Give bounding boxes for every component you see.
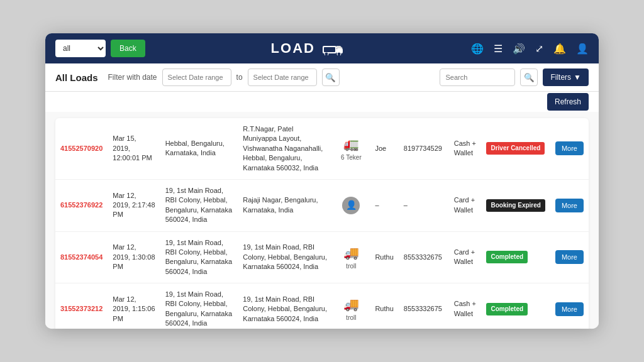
user-icon[interactable]: 👤	[576, 43, 589, 55]
more-button[interactable]: More	[555, 302, 584, 316]
refresh-button[interactable]: Refresh	[547, 93, 589, 111]
load-id[interactable]: 81552374054	[60, 253, 103, 261]
table-row: 31552373212 Mar 12, 2019, 1:15:06 PM 19,…	[55, 283, 589, 329]
payment-cell: Cash + Wallet	[449, 118, 482, 179]
svg-point-4	[337, 52, 341, 55]
status-badge: Driver Cancelled	[486, 142, 545, 155]
table-row: 41552570920 Mar 15, 2019, 12:00:01 PM He…	[55, 118, 589, 179]
payment-cell: Card + Wallet	[449, 179, 482, 231]
action-cell: More	[550, 118, 589, 179]
toolbar: All Loads Filter with date to 🔍 🔍 Filter…	[45, 63, 599, 92]
loads-table: 41552570920 Mar 15, 2019, 12:00:01 PM He…	[55, 118, 589, 329]
svg-point-3	[325, 52, 328, 55]
status-cell: Completed	[481, 231, 550, 283]
table-row: 81552374054 Mar 12, 2019, 1:30:08 PM 19,…	[55, 231, 589, 283]
fullscreen-icon[interactable]: ⤢	[535, 43, 543, 55]
page-title: All Loads	[55, 72, 98, 83]
action-cell: More	[550, 231, 589, 283]
date-search-button[interactable]: 🔍	[322, 69, 340, 86]
filters-button[interactable]: Filters ▼	[543, 69, 589, 86]
driver-cell: Joe	[370, 118, 398, 179]
header-left: all active inactive Back	[55, 40, 145, 57]
header: all active inactive Back LOAD 🌐	[45, 33, 599, 63]
phone-cell: –	[399, 179, 449, 231]
action-cell: More	[550, 179, 589, 231]
truck-cell: 👤	[332, 179, 370, 231]
truck-icon: 🚛	[337, 135, 365, 153]
search-button[interactable]: 🔍	[520, 69, 538, 86]
status-badge: Completed	[486, 303, 528, 315]
load-from-cell: 19, 1st Main Road, RBI Colony, Hebbal, B…	[160, 283, 238, 329]
payment-cell: Cash + Wallet	[449, 283, 482, 329]
load-id-cell: 31552373212	[55, 283, 108, 329]
filter-select[interactable]: all active inactive	[55, 40, 106, 57]
truck-type-label: troll	[346, 314, 356, 321]
refresh-row: Refresh	[45, 92, 599, 112]
logo-truck-icon	[323, 43, 345, 55]
load-to-cell: Rajaji Nagar, Bengaluru, Karnataka, Indi…	[238, 179, 332, 231]
header-icons: 🌐 ☰ 🔊 ⤢ 🔔 👤	[471, 43, 589, 55]
back-button[interactable]: Back	[111, 40, 145, 57]
more-button[interactable]: More	[555, 250, 584, 264]
truck-cell: 🚛 6 Teker	[332, 118, 370, 179]
load-id[interactable]: 41552570920	[60, 145, 103, 152]
payment-cell: Card + Wallet	[449, 231, 482, 283]
action-cell: More	[550, 283, 589, 329]
chevron-down-icon: ▼	[574, 73, 581, 82]
table-area: 41552570920 Mar 15, 2019, 12:00:01 PM He…	[45, 112, 599, 329]
status-cell: Booking Expired	[481, 179, 550, 231]
load-from-cell: Hebbal, Bengaluru, Karnataka, India	[160, 118, 238, 179]
load-id[interactable]: 61552376922	[60, 201, 103, 209]
load-id-cell: 61552376922	[55, 179, 108, 231]
logo: LOAD	[271, 40, 345, 57]
date-from-input[interactable]	[162, 69, 231, 86]
truck-icon: 🚚	[337, 295, 365, 313]
truck-icon: 🚚	[337, 244, 365, 261]
load-date-cell: Mar 12, 2019, 1:15:06 PM	[108, 283, 160, 329]
status-cell: Completed	[481, 283, 550, 329]
globe-icon[interactable]: 🌐	[471, 43, 484, 55]
load-date-cell: Mar 12, 2019, 2:17:48 PM	[108, 179, 160, 231]
load-from-cell: 19, 1st Main Road, RBI Colony, Hebbal, B…	[160, 231, 238, 283]
filters-label: Filters	[550, 73, 571, 82]
driver-cell: –	[370, 179, 398, 231]
truck-type-label: 6 Teker	[341, 154, 362, 161]
driver-cell: Ruthu	[370, 283, 398, 329]
load-id-cell: 81552374054	[55, 231, 108, 283]
to-label: to	[236, 73, 243, 82]
load-from-cell: 19, 1st Main Road, RBI Colony, Hebbal, B…	[160, 179, 238, 231]
notification-icon[interactable]: 🔔	[553, 43, 566, 55]
menu-icon[interactable]: ☰	[494, 43, 502, 55]
load-date-cell: Mar 15, 2019, 12:00:01 PM	[108, 118, 160, 179]
load-to-cell: 19, 1st Main Road, RBI Colony, Hebbal, B…	[238, 231, 332, 283]
logo-text: LOAD	[271, 40, 345, 57]
load-date-cell: Mar 12, 2019, 1:30:08 PM	[108, 231, 160, 283]
truck-type-label: troll	[346, 263, 356, 270]
driver-avatar: 👤	[342, 197, 360, 214]
truck-cell: 🚚 troll	[332, 231, 370, 283]
status-badge: Completed	[486, 251, 528, 263]
table-row: 61552376922 Mar 12, 2019, 2:17:48 PM 19,…	[55, 179, 589, 231]
svg-marker-2	[336, 46, 343, 48]
phone-cell: 8553332675	[399, 231, 449, 283]
more-button[interactable]: More	[555, 141, 584, 155]
status-cell: Driver Cancelled	[481, 118, 550, 179]
load-id-cell: 41552570920	[55, 118, 108, 179]
search-input[interactable]	[440, 69, 515, 86]
main-window: all active inactive Back LOAD 🌐	[45, 33, 599, 329]
more-button[interactable]: More	[555, 199, 584, 212]
filter-label: Filter with date	[108, 73, 157, 82]
date-to-input[interactable]	[248, 69, 317, 86]
svg-rect-5	[324, 47, 335, 52]
load-id[interactable]: 31552373212	[60, 305, 103, 312]
load-to-cell: 19, 1st Main Road, RBI Colony, Hebbal, B…	[238, 283, 332, 329]
truck-cell: 🚚 troll	[332, 283, 370, 329]
volume-icon[interactable]: 🔊	[513, 43, 525, 55]
driver-cell: Ruthu	[370, 231, 398, 283]
phone-cell: 8197734529	[399, 118, 449, 179]
status-badge: Booking Expired	[486, 199, 545, 212]
load-to-cell: R.T.Nagar, Patel Muniyappa Layout, Vishw…	[238, 118, 332, 179]
phone-cell: 8553332675	[399, 283, 449, 329]
